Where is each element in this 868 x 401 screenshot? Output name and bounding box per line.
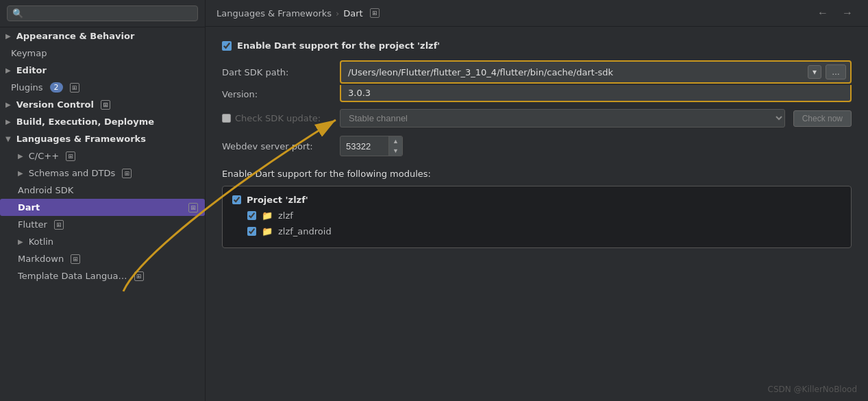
port-increment-button[interactable]: ▲: [389, 136, 402, 146]
search-input-wrap[interactable]: 🔍: [7, 5, 198, 21]
nav-back-button[interactable]: ←: [813, 5, 832, 21]
modules-box: Project 'zlzf' 📁 zlzf 📁 zlzf_android: [222, 186, 852, 248]
sidebar-item-cpp[interactable]: ▶ C/C++ ⊞: [0, 147, 205, 165]
version-label: Version:: [222, 89, 332, 99]
sdk-path-dropdown-button[interactable]: ▾: [808, 65, 821, 79]
vcs-icon: ⊞: [101, 100, 110, 110]
breadcrumb-parent: Languages & Frameworks: [216, 8, 332, 19]
sdk-path-row: Dart SDK path: /Users/leon/Flutter/flutt…: [222, 60, 852, 84]
main-header: Languages & Frameworks › Dart ⊞ ← →: [206, 0, 868, 27]
search-icon: 🔍: [12, 8, 23, 19]
port-input[interactable]: 53322: [340, 139, 388, 154]
module-project-checkbox[interactable]: [232, 195, 241, 204]
version-value: 3.0.3: [345, 86, 373, 99]
channel-select[interactable]: Stable channel: [340, 109, 785, 127]
sdk-path-box: /Users/leon/Flutter/flutter_3_10_4/flutt…: [340, 60, 852, 84]
plugins-icon: ⊞: [70, 83, 79, 93]
chevron-right-icon: ▶: [18, 169, 23, 177]
sidebar-item-android-sdk[interactable]: Android SDK: [0, 182, 205, 199]
version-row: Version: 3.0.3: [222, 86, 852, 102]
module-zlzf-android: 📁 zlzf_android: [232, 225, 841, 238]
sidebar-item-kotlin[interactable]: ▶ Kotlin: [0, 233, 205, 250]
chevron-right-icon: ▶: [5, 101, 11, 108]
sidebar-item-schemas[interactable]: ▶ Schemas and DTDs ⊞: [0, 165, 205, 182]
sdk-update-row: Check SDK update: Stable channel Check n…: [222, 109, 852, 127]
webdev-label: Webdev server port:: [222, 141, 332, 151]
search-bar: 🔍: [0, 0, 205, 27]
flutter-icon: ⊞: [54, 220, 64, 230]
main-content: Languages & Frameworks › Dart ⊞ ← → Enab…: [206, 0, 868, 401]
nav-forward-button[interactable]: →: [838, 5, 857, 21]
sidebar-item-template-data[interactable]: Template Data Langua… ⊞: [0, 267, 205, 284]
markdown-icon: ⊞: [71, 254, 80, 264]
template-icon: ⊞: [134, 271, 144, 281]
sidebar-item-markdown[interactable]: Markdown ⊞: [0, 250, 205, 267]
dart-icon: ⊞: [188, 203, 198, 212]
folder-icon: 📁: [262, 226, 273, 236]
sidebar-item-appearance[interactable]: ▶ Appearance & Behavior: [0, 27, 205, 45]
enable-dart-row: Enable Dart support for the project 'zlz…: [222, 40, 852, 51]
port-spinners: ▲ ▼: [388, 136, 402, 156]
sidebar-item-build[interactable]: ▶ Build, Execution, Deployme: [0, 113, 205, 130]
tab-icon: ⊞: [370, 8, 380, 18]
chevron-down-icon: ▼: [5, 135, 11, 143]
port-input-wrap: 53322 ▲ ▼: [340, 136, 403, 156]
schemas-icon: ⊞: [122, 169, 132, 178]
check-sdk-checkbox[interactable]: [222, 114, 231, 123]
watermark: CSDN @KillerNoBlood: [768, 385, 857, 394]
enable-dart-checkbox[interactable]: [222, 41, 232, 51]
chevron-right-icon: ▶: [18, 152, 23, 160]
folder-icon: 📁: [262, 210, 273, 221]
chevron-right-icon: ▶: [5, 118, 11, 125]
enable-dart-label[interactable]: Enable Dart support for the project 'zlz…: [222, 40, 440, 51]
module-zlzf-android-checkbox[interactable]: [247, 227, 256, 236]
webdev-row: Webdev server port: 53322 ▲ ▼: [222, 136, 852, 156]
check-now-button[interactable]: Check now: [793, 110, 852, 127]
chevron-right-icon: ▶: [18, 238, 23, 245]
sidebar-item-version-control[interactable]: ▶ Version Control ⊞: [0, 96, 205, 113]
sidebar-item-plugins[interactable]: Plugins 2 ⊞: [0, 79, 205, 96]
sdk-path-value: /Users/leon/Flutter/flutter_3_10_4/flutt…: [345, 66, 804, 79]
search-input[interactable]: [27, 8, 193, 19]
sidebar-item-editor[interactable]: ▶ Editor: [0, 62, 205, 79]
sidebar-item-flutter[interactable]: Flutter ⊞: [0, 216, 205, 233]
module-zlzf: 📁 zlzf: [232, 209, 841, 222]
chevron-right-icon: ▶: [5, 32, 11, 40]
cpp-icon: ⊞: [66, 151, 75, 161]
sdk-path-label: Dart SDK path:: [222, 67, 332, 77]
header-nav: ← →: [813, 5, 857, 21]
sidebar-item-dart[interactable]: Dart ⊞: [0, 199, 205, 216]
chevron-right-icon: ▶: [5, 66, 11, 74]
sidebar-item-keymap[interactable]: Keymap: [0, 45, 205, 62]
sidebar-item-languages[interactable]: ▼ Languages & Frameworks: [0, 130, 205, 147]
module-zlzf-checkbox[interactable]: [247, 211, 256, 220]
breadcrumb-separator: ›: [336, 8, 339, 19]
sidebar: 🔍 ▶ Appearance & Behavior Keymap ▶ Edito…: [0, 0, 206, 401]
sdk-path-browse-button[interactable]: …: [826, 64, 846, 80]
breadcrumb: Languages & Frameworks › Dart ⊞: [216, 8, 380, 19]
breadcrumb-current: Dart: [343, 8, 362, 19]
modules-label: Enable Dart support for the following mo…: [222, 169, 852, 179]
sdk-update-label: Check SDK update:: [222, 113, 332, 123]
content-body: Enable Dart support for the project 'zlz…: [206, 27, 868, 401]
module-project-zlzf: Project 'zlzf': [232, 193, 841, 206]
plugins-badge: 2: [50, 82, 63, 93]
port-decrement-button[interactable]: ▼: [389, 146, 402, 156]
